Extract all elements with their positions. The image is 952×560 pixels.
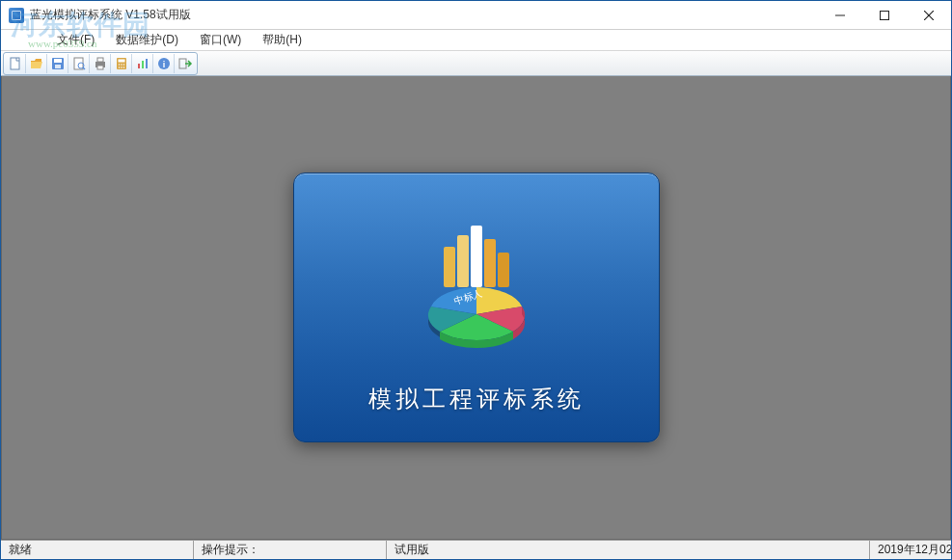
close-icon xyxy=(924,11,934,20)
window-title: 蓝光模拟评标系统 V1.58试用版 xyxy=(30,7,191,23)
tb-new[interactable] xyxy=(5,54,26,73)
menubar: 文件(F) 数据维护(D) 窗口(W) 帮助(H) xyxy=(1,30,951,51)
tb-preview[interactable] xyxy=(68,54,90,73)
tb-exit[interactable] xyxy=(175,54,196,73)
svg-rect-1 xyxy=(881,11,889,19)
menu-window[interactable]: 窗口(W) xyxy=(192,30,249,50)
svg-rect-6 xyxy=(54,59,62,63)
svg-rect-32 xyxy=(498,253,509,287)
svg-rect-27 xyxy=(179,59,186,68)
svg-rect-31 xyxy=(484,239,496,287)
info-icon: i xyxy=(156,56,172,71)
svg-rect-28 xyxy=(444,247,455,287)
minimize-button[interactable] xyxy=(818,1,862,29)
svg-rect-7 xyxy=(55,65,61,68)
maximize-button[interactable] xyxy=(862,1,907,29)
pie-chart-icon: 中标人 xyxy=(427,287,524,348)
content-area: 中标人 模拟工程评标系统 xyxy=(1,76,951,540)
toolbar-group: i xyxy=(3,52,198,75)
svg-point-20 xyxy=(121,67,122,68)
svg-text:i: i xyxy=(162,60,165,69)
menu-file[interactable]: 文件(F) xyxy=(49,30,102,50)
splash-panel: 中标人 模拟工程评标系统 xyxy=(293,173,660,442)
tb-print[interactable] xyxy=(90,54,111,73)
status-ready: 就绪 xyxy=(1,541,194,559)
svg-rect-15 xyxy=(118,59,124,62)
svg-point-18 xyxy=(122,64,124,66)
app-window: 蓝光模拟评标系统 V1.58试用版 河东软件园 www.pc0359.cn 文件… xyxy=(0,0,952,560)
tb-about[interactable]: i xyxy=(153,54,175,73)
tb-chart[interactable] xyxy=(132,54,153,73)
svg-rect-13 xyxy=(97,66,103,69)
statusbar: 就绪 操作提示： 试用版 2019年12月02 xyxy=(1,540,951,559)
toolbar: i xyxy=(1,51,951,76)
svg-rect-4 xyxy=(11,58,19,69)
svg-rect-29 xyxy=(457,235,469,287)
maximize-icon xyxy=(880,11,889,20)
svg-point-16 xyxy=(118,64,120,66)
svg-point-21 xyxy=(122,67,124,68)
svg-rect-30 xyxy=(471,226,482,287)
new-file-icon xyxy=(8,56,23,71)
open-folder-icon xyxy=(29,56,44,71)
svg-point-17 xyxy=(121,64,122,66)
splash-title: 模拟工程评标系统 xyxy=(368,384,585,414)
close-button[interactable] xyxy=(907,1,951,29)
chart-icon xyxy=(135,56,150,71)
calculator-icon xyxy=(114,56,129,71)
menu-help[interactable]: 帮助(H) xyxy=(255,30,310,50)
svg-point-19 xyxy=(118,67,120,68)
svg-rect-24 xyxy=(146,59,148,68)
preview-icon xyxy=(71,56,87,71)
status-hint: 操作提示： xyxy=(194,541,387,559)
menu-data[interactable]: 数据维护(D) xyxy=(108,30,186,50)
svg-rect-22 xyxy=(138,64,140,68)
titlebar: 蓝光模拟评标系统 V1.58试用版 河东软件园 www.pc0359.cn xyxy=(1,1,951,30)
app-icon xyxy=(9,8,24,23)
bar-chart-icon xyxy=(444,226,509,287)
window-buttons xyxy=(818,1,951,29)
tb-save[interactable] xyxy=(47,54,68,73)
print-icon xyxy=(93,56,108,71)
minimize-icon xyxy=(835,11,845,20)
status-edition: 试用版 xyxy=(387,541,870,559)
save-icon xyxy=(50,56,66,71)
status-date: 2019年12月02 xyxy=(870,541,951,559)
tb-open[interactable] xyxy=(26,54,47,73)
splash-art: 中标人 xyxy=(399,218,554,362)
svg-rect-23 xyxy=(142,61,144,68)
svg-rect-12 xyxy=(97,58,103,62)
exit-icon xyxy=(177,56,193,71)
tb-calc[interactable] xyxy=(111,54,132,73)
